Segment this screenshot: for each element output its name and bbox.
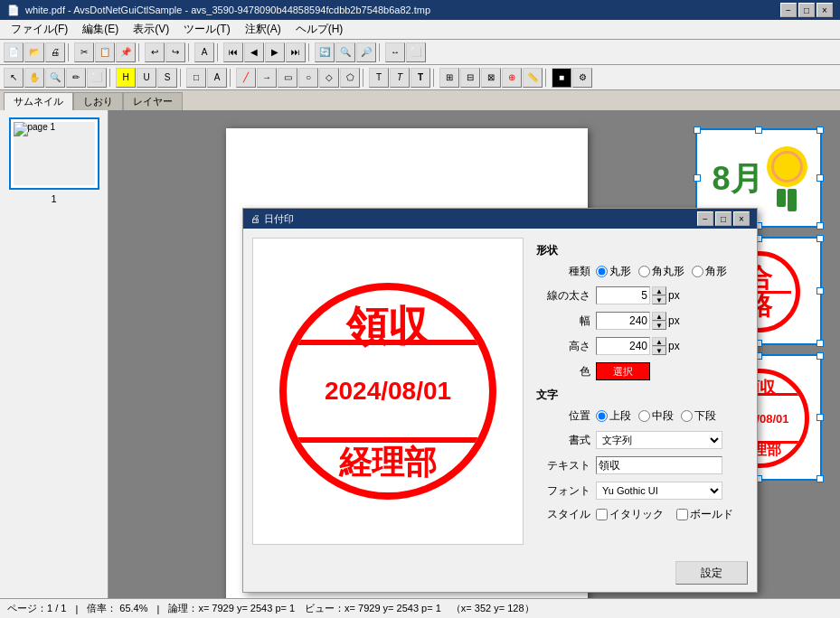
pencil-btn[interactable]: ✏ bbox=[66, 68, 86, 88]
radio-round-input[interactable] bbox=[596, 266, 608, 277]
ruler-btn[interactable]: 📏 bbox=[523, 68, 543, 88]
line-width-up[interactable]: ▲ bbox=[652, 286, 666, 295]
bold-checkbox[interactable] bbox=[676, 509, 688, 520]
handle-mr-3[interactable] bbox=[816, 414, 824, 421]
open-btn[interactable]: 📂 bbox=[24, 42, 44, 62]
color-button[interactable]: 選択 bbox=[596, 362, 650, 380]
undo-btn[interactable]: ↩ bbox=[145, 42, 165, 62]
table2-btn[interactable]: ⊟ bbox=[460, 68, 480, 88]
underline-btn[interactable]: U bbox=[137, 68, 156, 88]
radio-mid[interactable]: 中段 bbox=[638, 408, 674, 424]
handle-mr-1[interactable] bbox=[816, 174, 824, 182]
menu-annotation[interactable]: 注釈(A) bbox=[238, 20, 288, 39]
dialog-maximize-btn[interactable]: □ bbox=[715, 211, 731, 226]
dialog-minimize-btn[interactable]: − bbox=[697, 211, 713, 226]
width-down[interactable]: ▼ bbox=[652, 321, 666, 330]
paste-btn[interactable]: 📌 bbox=[116, 42, 136, 62]
handle-ml-1[interactable] bbox=[694, 174, 701, 182]
menu-file[interactable]: ファイル(F) bbox=[4, 20, 75, 39]
zoom-out-btn[interactable]: 🔎 bbox=[356, 42, 376, 62]
magnify-btn[interactable]: 🔍 bbox=[45, 68, 65, 88]
height-up[interactable]: ▲ bbox=[652, 337, 666, 346]
maximize-button[interactable]: □ bbox=[798, 3, 815, 17]
textfield2-btn[interactable]: T bbox=[390, 68, 410, 88]
height-down[interactable]: ▼ bbox=[652, 346, 666, 355]
font-select[interactable]: Yu Gothic UI bbox=[596, 482, 722, 500]
italic-checkbox[interactable] bbox=[596, 509, 608, 520]
props-btn[interactable]: ⚙ bbox=[572, 68, 592, 88]
radio-bot[interactable]: 下段 bbox=[681, 408, 716, 424]
bold-checkbox-label[interactable]: ボールド bbox=[676, 507, 733, 522]
tab-thumbnails[interactable]: サムネイル bbox=[4, 92, 73, 110]
menu-help[interactable]: ヘルプ(H) bbox=[288, 20, 351, 39]
new-btn[interactable]: 📄 bbox=[4, 42, 24, 62]
handle-br-3[interactable] bbox=[816, 475, 824, 482]
eraser-btn[interactable]: ⬜ bbox=[87, 68, 107, 88]
next-btn[interactable]: ▶ bbox=[265, 42, 285, 62]
radio-bot-input[interactable] bbox=[681, 410, 693, 422]
handle-tm-1[interactable] bbox=[755, 126, 762, 134]
menu-tools[interactable]: ツール(T) bbox=[176, 20, 237, 39]
copy-btn[interactable]: 📋 bbox=[95, 42, 115, 62]
polygon-btn[interactable]: ⬠ bbox=[340, 68, 360, 88]
radio-round[interactable]: 丸形 bbox=[596, 264, 631, 279]
highlight-btn[interactable]: H bbox=[116, 68, 136, 88]
fit-width-btn[interactable]: ↔ bbox=[385, 42, 405, 62]
radio-rounded-rect-input[interactable] bbox=[638, 266, 650, 277]
radio-top[interactable]: 上段 bbox=[596, 408, 631, 424]
rect2-btn[interactable]: ▭ bbox=[278, 68, 297, 88]
arrow-btn[interactable]: → bbox=[257, 68, 277, 88]
zoom-fit-btn[interactable]: 🔄 bbox=[315, 42, 335, 62]
radio-rounded-rect[interactable]: 角丸形 bbox=[638, 264, 684, 279]
text-input[interactable] bbox=[596, 456, 722, 474]
table-btn[interactable]: ⊞ bbox=[439, 68, 459, 88]
radio-mid-input[interactable] bbox=[638, 410, 650, 422]
handle-br-1[interactable] bbox=[816, 222, 824, 229]
table3-btn[interactable]: ⊠ bbox=[481, 68, 501, 88]
prev-btn[interactable]: ◀ bbox=[244, 42, 264, 62]
tab-layers[interactable]: レイヤー bbox=[123, 92, 183, 110]
strikeout-btn[interactable]: S bbox=[157, 68, 177, 88]
italic-checkbox-label[interactable]: イタリック bbox=[596, 507, 664, 522]
ok-button[interactable]: 設定 bbox=[675, 561, 748, 585]
width-input[interactable] bbox=[596, 312, 650, 330]
tab-bookmarks[interactable]: しおり bbox=[73, 92, 123, 110]
stamp-btn[interactable]: ⊕ bbox=[502, 68, 522, 88]
circle-btn[interactable]: ○ bbox=[298, 68, 318, 88]
menu-edit[interactable]: 編集(E) bbox=[75, 20, 126, 39]
redo-btn[interactable]: ↪ bbox=[165, 42, 185, 62]
fit-page-btn[interactable]: ⬜ bbox=[406, 42, 426, 62]
handle-tr-2[interactable] bbox=[816, 235, 824, 242]
rect-btn[interactable]: □ bbox=[186, 68, 206, 88]
radio-rect-input[interactable] bbox=[692, 266, 703, 277]
style-select[interactable]: 文字列 bbox=[596, 431, 722, 449]
textfield-btn[interactable]: T bbox=[369, 68, 389, 88]
handle-tr-1[interactable] bbox=[816, 126, 824, 134]
zoom-in-btn[interactable]: 🔍 bbox=[335, 42, 355, 62]
print-btn[interactable]: 🖨 bbox=[45, 42, 65, 62]
line-btn[interactable]: ╱ bbox=[236, 68, 256, 88]
textfield3-btn[interactable]: T bbox=[411, 68, 430, 88]
text-btn[interactable]: A bbox=[194, 42, 214, 62]
radio-rect[interactable]: 角形 bbox=[692, 264, 727, 279]
page-thumbnail[interactable] bbox=[9, 117, 99, 190]
hand-btn[interactable]: ✋ bbox=[24, 68, 44, 88]
handle-tr-3[interactable] bbox=[816, 352, 824, 360]
radio-top-input[interactable] bbox=[596, 410, 608, 422]
close-button[interactable]: × bbox=[816, 3, 833, 17]
minimize-button[interactable]: − bbox=[780, 3, 797, 17]
dialog-close-btn[interactable]: × bbox=[733, 211, 750, 226]
line-width-input[interactable] bbox=[596, 286, 650, 304]
diamond-btn[interactable]: ◇ bbox=[319, 68, 339, 88]
color-btn[interactable]: ■ bbox=[552, 68, 571, 88]
last-btn[interactable]: ⏭ bbox=[286, 42, 306, 62]
line-width-down[interactable]: ▼ bbox=[652, 295, 666, 304]
cut-btn[interactable]: ✂ bbox=[74, 42, 94, 62]
textbox-btn[interactable]: A bbox=[207, 68, 227, 88]
menu-view[interactable]: 表示(V) bbox=[126, 20, 176, 39]
handle-tl-1[interactable] bbox=[694, 126, 701, 134]
select-btn[interactable]: ↖ bbox=[4, 68, 24, 88]
width-up[interactable]: ▲ bbox=[652, 312, 666, 321]
first-btn[interactable]: ⏮ bbox=[223, 42, 243, 62]
height-input[interactable] bbox=[596, 337, 650, 355]
